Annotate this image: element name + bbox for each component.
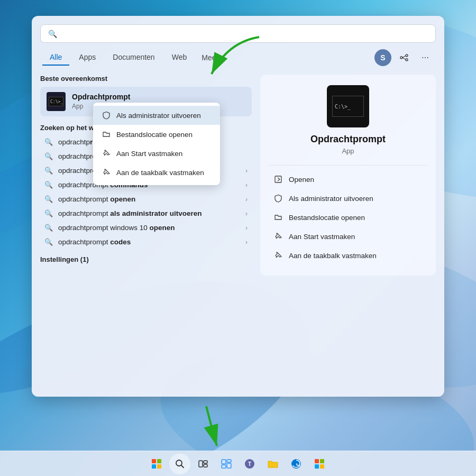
search-icon-0: 🔍: [44, 138, 53, 146]
svg-line-9: [402, 56, 406, 58]
svg-rect-23: [222, 460, 226, 464]
context-menu-item-pin-start[interactable]: Aan Start vastmaken: [93, 144, 220, 163]
search-panel: 🔍 opdrachtprompt Alle Apps Documenten We…: [32, 16, 444, 397]
search-input[interactable]: opdrachtprompt: [61, 29, 428, 38]
settings-section-title: Instellingen (1): [40, 255, 252, 263]
search-icon-4: 🔍: [44, 195, 53, 203]
svg-point-18: [176, 460, 182, 466]
svg-rect-20: [199, 461, 203, 467]
tabs-bar: Alle Apps Documenten Web Meer ⌄ S: [40, 49, 436, 66]
search-box-container: 🔍 opdrachtprompt: [40, 24, 436, 43]
right-pin-start-icon: [273, 231, 283, 242]
right-action-pin-start[interactable]: Aan Start vastmaken: [269, 227, 427, 246]
context-menu-item-pin-taskbar[interactable]: Aan de taakbalk vastmaken: [93, 163, 220, 182]
search-icon-2: 🔍: [44, 167, 53, 175]
tab-alle[interactable]: Alle: [42, 50, 69, 66]
right-shield-icon: [273, 193, 283, 204]
taskbar-task-view[interactable]: [193, 453, 214, 474]
right-action-admin[interactable]: Als administrator uitvoeren: [269, 189, 427, 208]
search-icon-5: 🔍: [44, 209, 53, 217]
arrow-icon-5: ›: [245, 210, 248, 217]
right-app-subtitle: App: [342, 147, 354, 155]
svg-rect-24: [227, 460, 231, 462]
taskbar-teams[interactable]: T: [239, 453, 260, 474]
arrow-icon-6: ›: [245, 224, 248, 232]
tab-web[interactable]: Web: [164, 50, 195, 66]
svg-point-6: [400, 57, 402, 59]
taskbar-windows-start[interactable]: [146, 453, 167, 474]
connections-icon[interactable]: [396, 49, 413, 66]
search-icon: 🔍: [48, 30, 57, 38]
settings-section: Instellingen (1): [40, 255, 252, 263]
desktop: 🔍 opdrachtprompt Alle Apps Documenten We…: [0, 0, 476, 476]
svg-rect-25: [222, 465, 226, 468]
right-action-pin-taskbar[interactable]: Aan de taakbalk vastmaken: [269, 246, 427, 265]
right-action-location[interactable]: Bestandslocatie openen: [269, 208, 427, 227]
taskbar-widgets[interactable]: [216, 453, 237, 474]
svg-line-19: [181, 465, 184, 468]
windows-logo: [152, 459, 161, 469]
web-search-item-7[interactable]: 🔍 opdrachtprompt codes ›: [40, 235, 252, 249]
svg-point-8: [406, 59, 408, 61]
tab-actions: S ⋯: [374, 49, 434, 66]
context-menu: Als administrator uitvoeren Bestandsloca…: [93, 103, 220, 185]
svg-rect-33: [320, 464, 324, 469]
svg-text:T: T: [248, 461, 251, 467]
svg-line-10: [402, 58, 406, 60]
svg-rect-21: [204, 461, 207, 463]
user-avatar[interactable]: S: [374, 49, 391, 66]
search-icon-1: 🔍: [44, 152, 53, 160]
context-menu-item-location[interactable]: Bestandslocatie openen: [93, 125, 220, 144]
chevron-down-icon: ⌄: [219, 53, 226, 62]
taskbar-store[interactable]: [309, 453, 330, 474]
cmd-app-icon: C:\>_: [47, 92, 66, 111]
svg-rect-30: [315, 459, 319, 463]
folder-icon: [102, 130, 111, 139]
search-icon-7: 🔍: [44, 238, 53, 246]
taskbar-file-explorer[interactable]: [262, 453, 283, 474]
right-app-title: Opdrachtprompt: [310, 134, 386, 145]
right-action-open[interactable]: Openen: [269, 170, 427, 189]
svg-rect-31: [320, 459, 324, 463]
arrow-icon-3: ›: [245, 181, 248, 189]
pin-icon: [102, 149, 111, 158]
right-pin-taskbar-icon: [273, 250, 283, 261]
more-options-icon[interactable]: ⋯: [417, 49, 434, 66]
web-search-item-4[interactable]: 🔍 opdrachtprompt openen ›: [40, 192, 252, 206]
right-panel: C:\>_ Opdrachtprompt App Openen: [260, 75, 436, 276]
web-search-item-6[interactable]: 🔍 opdrachtprompt windows 10 openen ›: [40, 221, 252, 235]
svg-point-7: [406, 54, 408, 57]
tab-more[interactable]: Meer ⌄: [196, 50, 231, 65]
tab-apps[interactable]: Apps: [71, 50, 103, 66]
web-search-item-5[interactable]: 🔍 opdrachtprompt als administrator uitvo…: [40, 206, 252, 221]
content-area: Beste overeenkomst C:\>_ Opdrachtprompt …: [40, 75, 436, 276]
shield-icon: [102, 111, 111, 120]
taskbar-edge[interactable]: [286, 453, 307, 474]
svg-rect-26: [227, 463, 231, 468]
svg-rect-32: [315, 464, 319, 469]
tab-documenten[interactable]: Documenten: [105, 50, 162, 66]
pin-taskbar-icon: [102, 168, 111, 177]
search-icon-6: 🔍: [44, 224, 53, 232]
taskbar: T: [0, 451, 476, 476]
right-folder-icon: [273, 212, 283, 223]
green-arrow-bottom: [185, 401, 249, 454]
svg-rect-22: [204, 464, 207, 467]
taskbar-search[interactable]: [169, 453, 190, 474]
left-panel: Beste overeenkomst C:\>_ Opdrachtprompt …: [40, 75, 252, 276]
arrow-icon-7: ›: [245, 239, 248, 246]
right-app-icon: C:\>_: [327, 85, 369, 127]
search-icon-3: 🔍: [44, 181, 53, 189]
best-match-title: Beste overeenkomst: [40, 75, 252, 83]
svg-rect-13: [275, 176, 281, 182]
arrow-icon-2: ›: [245, 167, 248, 175]
arrow-icon-4: ›: [245, 196, 248, 203]
context-menu-item-admin[interactable]: Als administrator uitvoeren: [93, 106, 220, 125]
open-icon: [273, 174, 283, 185]
